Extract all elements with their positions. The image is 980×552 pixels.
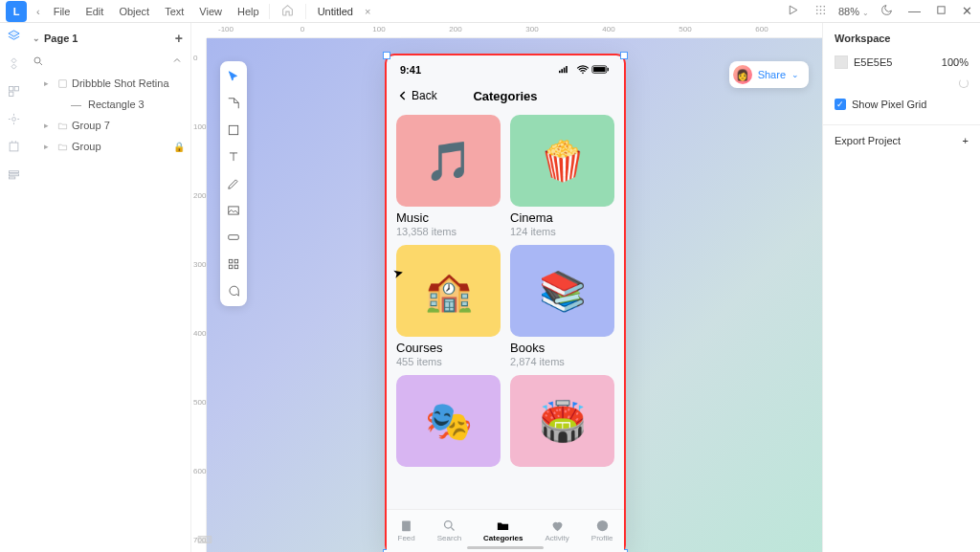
svg-rect-9 — [938, 7, 945, 13]
canvas[interactable]: 👩 Share ⌄ 9:41 — [207, 38, 822, 552]
svg-rect-35 — [402, 520, 411, 531]
avatar: 👩 — [733, 65, 752, 84]
keyboard-indicator-icon: ⌨ — [197, 534, 212, 546]
bg-swatch[interactable] — [835, 55, 848, 69]
divider — [305, 4, 306, 19]
svg-rect-14 — [10, 143, 18, 151]
menu-view[interactable]: View — [191, 6, 230, 17]
svg-point-7 — [820, 12, 822, 14]
card-grid: 🎵Music13,358 items🍿Cinema124 items🏫Cours… — [387, 109, 624, 467]
layers-panel: ⌄ Page 1 + ▸Dribbble Shot Retina—Rectang… — [27, 23, 190, 552]
move-tool-icon[interactable] — [224, 67, 243, 86]
text-tool-icon[interactable] — [224, 147, 243, 166]
history-tab-icon[interactable] — [7, 167, 21, 186]
left-sidebar: ⌄ Page 1 + ▸Dribbble Shot Retina—Rectang… — [0, 23, 191, 552]
share-label: Share — [758, 69, 786, 80]
svg-rect-26 — [234, 265, 238, 269]
svg-rect-12 — [9, 92, 12, 96]
layer-row[interactable]: —Rectangle 3 — [27, 94, 190, 115]
page-header[interactable]: ⌄ Page 1 + — [27, 27, 190, 50]
moon-icon[interactable] — [873, 4, 901, 19]
styles-tab-icon[interactable] — [7, 112, 21, 130]
selection-handle[interactable] — [620, 52, 628, 59]
play-icon[interactable] — [779, 4, 807, 19]
svg-point-36 — [444, 520, 452, 528]
ruler-horizontal: -1000100200300400500600700 — [207, 23, 822, 38]
status-bar: 9:41 — [387, 55, 624, 82]
pixel-grid-checkbox[interactable]: ✓ — [835, 99, 846, 110]
bg-opacity[interactable]: 100% — [942, 56, 969, 68]
pixel-grid-row[interactable]: ✓ Show Pixel Grid — [835, 94, 969, 115]
svg-rect-19 — [59, 79, 66, 86]
menubar: L ‹ File Edit Object Text View Help Unti… — [0, 0, 980, 23]
svg-rect-34 — [608, 68, 609, 71]
svg-rect-21 — [229, 207, 239, 214]
canvas-bg-row[interactable]: E5E5E5 100% — [835, 52, 969, 73]
maximize-icon[interactable] — [928, 4, 954, 18]
minimize-icon[interactable]: — — [901, 4, 928, 18]
svg-point-3 — [816, 9, 818, 11]
tab-categories[interactable]: Categories — [483, 519, 523, 542]
svg-rect-22 — [229, 235, 239, 240]
component-tool-icon[interactable] — [224, 254, 243, 274]
category-card[interactable]: 📚Books2,874 items — [510, 245, 614, 367]
close-window-icon[interactable]: ✕ — [954, 4, 980, 18]
doc-title[interactable]: Untitled — [308, 6, 363, 17]
frame-tool-icon[interactable] — [224, 94, 243, 113]
category-card[interactable]: 🎵Music13,358 items — [396, 115, 501, 237]
grid-icon[interactable] — [807, 4, 835, 19]
svg-rect-20 — [229, 125, 237, 134]
plugins-tab-icon[interactable] — [7, 140, 21, 158]
layer-row[interactable]: ▸Group 7 — [27, 115, 190, 136]
tab-search[interactable]: Search — [437, 519, 461, 542]
menu-object[interactable]: Object — [111, 6, 157, 17]
zoom-level[interactable]: 88% ⌄ — [835, 6, 873, 17]
layer-tree: ▸Dribbble Shot Retina—Rectangle 3▸Group … — [27, 73, 190, 157]
selection-handle[interactable] — [383, 52, 390, 59]
category-card[interactable]: 🏫Courses455 items — [396, 245, 501, 367]
comment-tool-icon[interactable] — [224, 281, 243, 300]
chevron-down-icon: ⌄ — [791, 70, 799, 79]
back-chevron[interactable]: ‹ — [31, 6, 46, 17]
tab-feed[interactable]: Feed — [398, 519, 415, 542]
search-collapse-icon[interactable] — [171, 55, 183, 68]
menu-text[interactable]: Text — [157, 6, 191, 17]
menu-edit[interactable]: Edit — [78, 6, 111, 17]
category-card[interactable]: 🎭 — [396, 375, 501, 467]
back-button[interactable]: Back — [396, 89, 437, 102]
pen-tool-icon[interactable] — [224, 174, 243, 193]
export-label: Export Project — [835, 135, 901, 146]
svg-rect-10 — [9, 87, 12, 91]
rect-tool-icon[interactable] — [224, 121, 243, 140]
share-pill[interactable]: 👩 Share ⌄ — [729, 61, 809, 88]
menu-file[interactable]: File — [46, 6, 78, 17]
layer-search[interactable] — [27, 50, 190, 73]
category-card[interactable]: 🍿Cinema124 items — [510, 115, 614, 237]
nav-row: Back Categories — [387, 82, 624, 109]
app-icon[interactable]: L — [6, 1, 27, 22]
tab-activity[interactable]: Activity — [545, 519, 568, 542]
category-card[interactable]: 🏟️ — [510, 375, 614, 467]
components-tab-icon[interactable] — [7, 56, 21, 75]
layers-tab-icon[interactable] — [7, 29, 21, 47]
export-row[interactable]: Export Project + — [835, 135, 969, 146]
button-tool-icon[interactable] — [224, 228, 243, 247]
svg-point-6 — [816, 12, 818, 14]
bg-hex[interactable]: E5E5E5 — [854, 56, 892, 68]
svg-point-2 — [823, 5, 825, 7]
add-export-icon[interactable]: + — [963, 135, 969, 146]
home-icon[interactable] — [272, 4, 303, 18]
pixel-grid-label: Show Pixel Grid — [852, 99, 926, 110]
tab-profile[interactable]: Profile — [591, 519, 613, 542]
artboard[interactable]: 9:41 Back Categories 🎵Music13,358 items🍿… — [387, 55, 624, 552]
assets-tab-icon[interactable] — [7, 84, 21, 102]
layer-row[interactable]: ▸Dribbble Shot Retina — [27, 73, 190, 94]
close-tab-icon[interactable]: × — [363, 6, 372, 17]
add-page-icon[interactable]: + — [175, 31, 183, 46]
layer-row[interactable]: ▸Group🔒 — [27, 136, 190, 157]
refresh-icon[interactable] — [959, 78, 969, 88]
menu-help[interactable]: Help — [230, 6, 267, 17]
ruler-vertical: 0100200300400500600700 — [191, 38, 207, 552]
tool-palette — [220, 61, 247, 306]
image-tool-icon[interactable] — [224, 201, 243, 220]
